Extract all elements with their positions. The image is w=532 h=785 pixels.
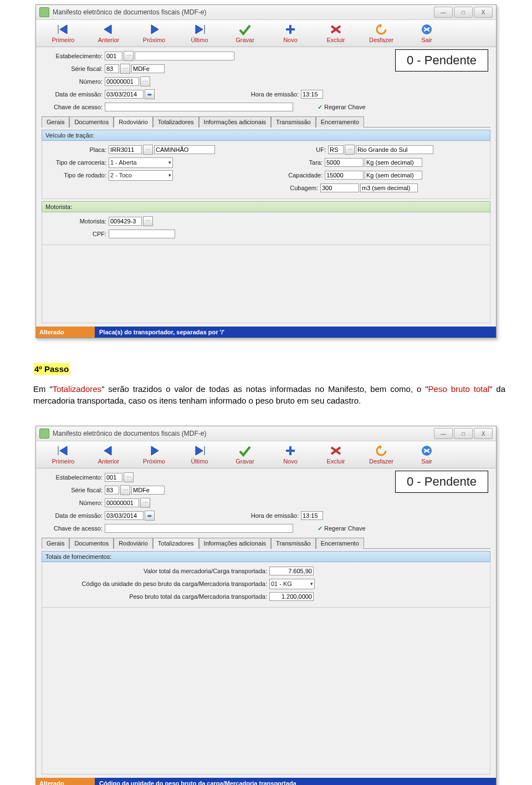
lookup-icon[interactable]: ⋯ — [140, 498, 150, 508]
exit-button[interactable]: Sair — [404, 23, 449, 43]
cpf-input[interactable] — [109, 230, 175, 238]
cpf-label: CPF: — [45, 231, 109, 237]
data-input[interactable] — [105, 511, 144, 520]
tara-label: Tara: — [173, 159, 325, 166]
prev-button[interactable]: Anterior — [86, 445, 131, 465]
status-badge: 0 - Pendente — [395, 49, 488, 72]
valor-total-input[interactable] — [269, 567, 314, 575]
hora-input[interactable] — [301, 90, 323, 99]
regerar-chave-button[interactable]: ✓Regerar Chave — [318, 104, 366, 111]
status-bar: Alterado Placa(s) do transportador, sepa… — [36, 327, 496, 338]
undo-button[interactable]: Desfazer — [359, 445, 404, 465]
numero-label: Número: — [42, 78, 105, 85]
tab-encerramento[interactable]: Encerramento — [316, 116, 364, 128]
serie-input[interactable] — [105, 486, 119, 495]
titlebar: Manifesto eletrônico de documentos fisca… — [36, 5, 496, 20]
uf-input[interactable] — [328, 145, 344, 154]
motorista-section-header: Motorista: — [42, 201, 490, 212]
veiculo-section-header: Veículo de tração: — [42, 130, 490, 141]
valor-total-label: Valor total da mercadoria/Carga transpor… — [45, 568, 269, 574]
motorista-input[interactable] — [109, 217, 142, 226]
first-button[interactable]: Primeiro — [40, 23, 86, 43]
tab-totalizadores[interactable]: Totalizadores — [153, 538, 199, 549]
date-picker-icon[interactable]: ◂▸ — [145, 89, 155, 99]
placa-input[interactable] — [109, 145, 142, 154]
delete-button[interactable]: Excluir — [313, 445, 359, 465]
tab-totalizadores[interactable]: Totalizadores — [153, 116, 199, 128]
date-picker-icon[interactable]: ◂▸ — [145, 511, 155, 521]
lookup-icon[interactable]: ⋯ — [345, 145, 355, 155]
chave-input[interactable] — [105, 524, 293, 533]
lookup-icon[interactable]: ⋯ — [124, 472, 134, 482]
window-title: Manifesto eletrônico de documentos fisca… — [53, 8, 206, 16]
tara-input[interactable] — [325, 158, 364, 167]
cubagem-input[interactable] — [320, 183, 359, 192]
app-window-1: Manifesto eletrônico de documentos fisca… — [35, 4, 497, 338]
serie-name[interactable] — [131, 64, 165, 73]
last-button[interactable]: Último — [177, 23, 222, 43]
lookup-icon[interactable]: ⋯ — [120, 64, 130, 74]
tab-transmissao[interactable]: Transmissão — [271, 538, 316, 549]
data-label: Data de emissão: — [42, 91, 105, 98]
estabelecimento-label: Estabelecimento: — [42, 53, 105, 59]
app-icon — [39, 429, 49, 439]
hora-input[interactable] — [301, 511, 323, 520]
chave-input[interactable] — [105, 103, 293, 111]
tab-documentos[interactable]: Documentos — [69, 116, 114, 128]
uf-name[interactable] — [356, 145, 433, 154]
highlight-totalizadores: Totalizadores — [53, 384, 101, 394]
numero-input[interactable] — [105, 498, 139, 507]
maximize-button[interactable]: □ — [454, 7, 473, 18]
codigo-unidade-select[interactable]: 01 - KG — [269, 579, 315, 589]
regerar-chave-button[interactable]: ✓Regerar Chave — [318, 525, 366, 532]
tab-rodoviario[interactable]: Rodoviário — [114, 538, 153, 549]
maximize-button[interactable]: □ — [454, 428, 473, 439]
save-button[interactable]: Gravar — [222, 23, 268, 43]
status-alterado: Alterado — [36, 778, 95, 785]
serie-name[interactable] — [131, 486, 165, 495]
capacidade-input[interactable] — [325, 171, 364, 180]
data-input[interactable] — [105, 90, 144, 99]
tipo-rodado-select[interactable]: 2 - Toco — [109, 170, 173, 181]
estabelecimento-name[interactable] — [135, 52, 234, 60]
new-button[interactable]: Novo — [268, 445, 313, 465]
tab-rodoviario[interactable]: Rodoviário — [114, 116, 153, 128]
lookup-icon[interactable]: ⋯ — [143, 145, 153, 155]
numero-input[interactable] — [105, 77, 139, 86]
serie-input[interactable] — [105, 64, 119, 73]
lookup-icon[interactable]: ⋯ — [143, 216, 153, 226]
lookup-icon[interactable]: ⋯ — [124, 51, 134, 61]
tipo-carroceria-select[interactable]: 1 - Aberta — [109, 157, 173, 168]
close-button[interactable]: X — [474, 7, 493, 18]
first-button[interactable]: Primeiro — [40, 445, 86, 465]
minimize-button[interactable]: — — [434, 7, 453, 18]
instruction-text: 4º Passo Em "Totalizadores" serão trazid… — [0, 349, 532, 426]
cubagem-unit — [360, 183, 418, 192]
tab-info-adicionais[interactable]: Informações adicionais — [199, 538, 272, 549]
undo-button[interactable]: Desfazer — [359, 23, 404, 43]
next-button[interactable]: Próximo — [131, 23, 177, 43]
last-button[interactable]: Último — [177, 445, 222, 465]
exit-button[interactable]: Sair — [404, 445, 449, 465]
estabelecimento-input[interactable] — [105, 52, 122, 60]
next-button[interactable]: Próximo — [131, 445, 177, 465]
minimize-button[interactable]: — — [434, 428, 453, 439]
tab-transmissao[interactable]: Transmissão — [271, 116, 316, 128]
tab-info-adicionais[interactable]: Informações adicionais — [199, 116, 272, 128]
new-button[interactable]: Novo — [268, 23, 313, 43]
status-alterado: Alterado — [36, 327, 95, 338]
capacidade-label: Capacidade: — [173, 172, 325, 179]
peso-bruto-input[interactable] — [269, 592, 314, 601]
delete-button[interactable]: Excluir — [313, 23, 359, 43]
tab-gerais[interactable]: Gerais — [42, 116, 69, 128]
prev-button[interactable]: Anterior — [86, 23, 131, 43]
tab-gerais[interactable]: Gerais — [42, 538, 69, 549]
close-button[interactable]: X — [474, 428, 493, 439]
estabelecimento-input[interactable] — [105, 473, 122, 482]
placa-desc[interactable] — [154, 145, 215, 154]
tab-documentos[interactable]: Documentos — [69, 538, 114, 549]
tab-encerramento[interactable]: Encerramento — [316, 538, 364, 549]
save-button[interactable]: Gravar — [222, 445, 268, 465]
lookup-icon[interactable]: ⋯ — [120, 485, 130, 495]
lookup-icon[interactable]: ⋯ — [140, 77, 150, 86]
